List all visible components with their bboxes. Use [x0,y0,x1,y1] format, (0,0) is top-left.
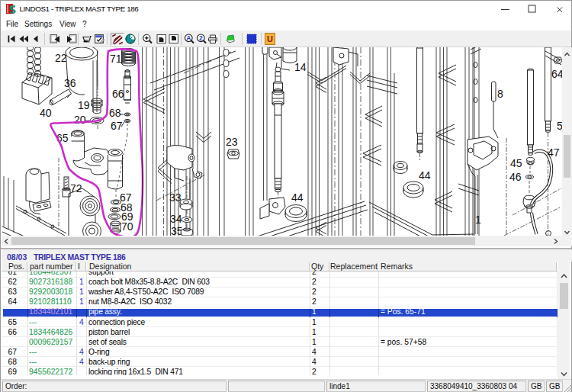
svg-text:34: 34 [170,213,182,225]
svg-text:45: 45 [510,157,522,169]
svg-text:A: A [186,34,191,42]
svg-text:44: 44 [419,169,431,182]
svg-text:67: 67 [111,120,123,132]
svg-text:64: 64 [551,68,562,80]
svg-text:2: 2 [199,34,203,42]
svg-text:47: 47 [548,146,560,159]
svg-text:14: 14 [294,61,307,73]
svg-text:19: 19 [78,99,90,111]
svg-text:36: 36 [64,77,76,89]
svg-text:44: 44 [291,191,304,204]
svg-text:46: 46 [509,171,522,183]
svg-text:23: 23 [226,136,238,148]
svg-text:71: 71 [110,53,122,65]
svg-text:1: 1 [475,214,481,226]
svg-text:66: 66 [112,88,124,100]
svg-text:20: 20 [74,114,86,126]
svg-text:5: 5 [557,120,562,132]
svg-text:8: 8 [497,88,503,100]
svg-text:22: 22 [55,52,67,64]
svg-text:70: 70 [121,220,133,233]
svg-text:68: 68 [109,107,121,119]
svg-text:40: 40 [40,107,52,119]
svg-text:33: 33 [169,191,182,204]
